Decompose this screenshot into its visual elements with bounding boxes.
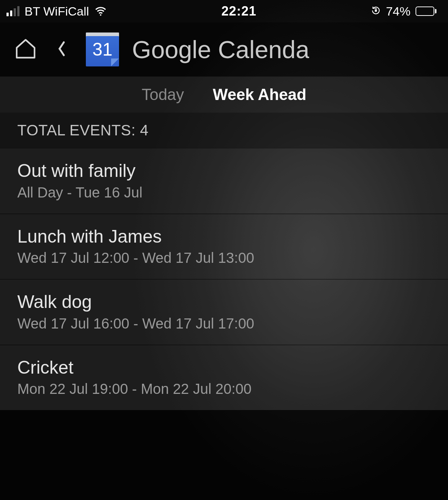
tab-bar: Today Week Ahead (0, 77, 448, 113)
clock-time: 22:21 (221, 4, 256, 19)
event-time: All Day - Tue 16 Jul (17, 184, 431, 201)
svg-point-0 (100, 14, 101, 16)
battery-icon (416, 6, 436, 16)
calendar-icon-day: 31 (92, 39, 113, 60)
home-button[interactable] (14, 37, 38, 62)
google-calendar-icon: 31 (86, 32, 119, 66)
events-list: Out with familyAll Day - Tue 16 JulLunch… (0, 148, 448, 410)
event-title: Cricket (17, 357, 431, 378)
tab-today[interactable]: Today (142, 86, 184, 104)
tab-week-ahead[interactable]: Week Ahead (213, 86, 306, 104)
svg-rect-1 (375, 9, 377, 12)
event-title: Lunch with James (17, 226, 431, 247)
rotation-lock-icon (371, 4, 381, 18)
empty-space (0, 410, 448, 500)
app-header: 31 Google Calenda (0, 22, 448, 77)
total-events-label: TOTAL EVENTS: 4 (0, 113, 448, 148)
back-button[interactable] (56, 40, 67, 59)
event-row[interactable]: CricketMon 22 Jul 19:00 - Mon 22 Jul 20:… (0, 345, 448, 411)
event-title: Out with family (17, 161, 431, 182)
event-time: Mon 22 Jul 19:00 - Mon 22 Jul 20:00 (17, 381, 431, 397)
event-time: Wed 17 Jul 16:00 - Wed 17 Jul 17:00 (17, 316, 431, 332)
status-bar: BT WiFiCall 22:21 74% (0, 0, 448, 22)
event-time: Wed 17 Jul 12:00 - Wed 17 Jul 13:00 (17, 250, 431, 266)
battery-percent-label: 74% (386, 4, 410, 18)
event-row[interactable]: Out with familyAll Day - Tue 16 Jul (0, 148, 448, 214)
event-row[interactable]: Lunch with JamesWed 17 Jul 12:00 - Wed 1… (0, 214, 448, 280)
signal-strength-icon (6, 6, 19, 16)
page-title: Google Calenda (132, 35, 309, 64)
carrier-label: BT WiFiCall (25, 4, 89, 18)
event-row[interactable]: Walk dogWed 17 Jul 16:00 - Wed 17 Jul 17… (0, 279, 448, 345)
wifi-icon (94, 5, 107, 18)
event-title: Walk dog (17, 292, 431, 313)
